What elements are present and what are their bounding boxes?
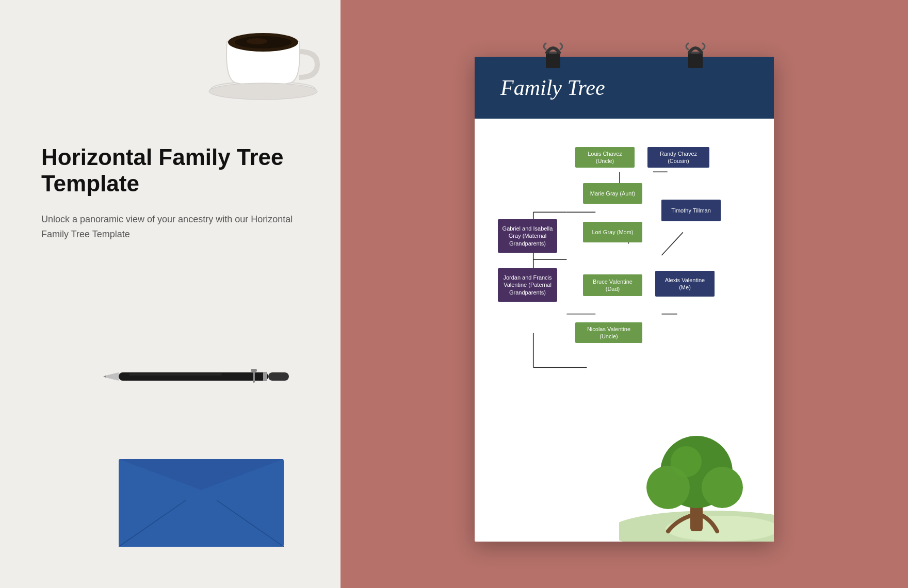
tree-content: Louis Chavez (Uncle) Randy Chavez (Cousi…: [475, 119, 774, 542]
doc-title: Family Tree: [500, 75, 605, 100]
right-panel: Family Tree: [340, 0, 908, 588]
node-timothy: Timothy Tillman: [661, 200, 721, 221]
svg-rect-10: [263, 372, 267, 381]
node-marie: Marie Gray (Aunt): [583, 183, 642, 204]
svg-rect-15: [688, 53, 703, 68]
svg-line-22: [662, 232, 683, 255]
node-jordan: Jordan and Francis Valentine (Paternal G…: [498, 268, 557, 302]
clip-left: [542, 42, 564, 68]
coffee-cup-svg: [196, 0, 330, 103]
left-content: Horizontal Family Tree Template Unlock a…: [41, 144, 310, 242]
svg-rect-16: [691, 52, 700, 54]
node-alexis: Alexis Valentine (Me): [655, 271, 715, 297]
svg-rect-9: [268, 372, 289, 381]
svg-point-5: [209, 83, 317, 100]
clip-right: [684, 42, 707, 68]
node-lori: Lori Gray (Mom): [583, 222, 642, 242]
node-gabriel: Gabriel and Isabella Gray (Maternal Gran…: [498, 219, 557, 253]
node-bruce: Bruce Valentine (Dad): [583, 274, 642, 296]
document: Family Tree: [475, 57, 774, 542]
svg-rect-14: [549, 52, 557, 54]
doc-header: Family Tree: [475, 57, 774, 119]
svg-point-4: [247, 38, 267, 44]
node-nicolas: Nicolas Valentine (Uncle): [575, 322, 642, 343]
envelope-svg: [119, 444, 294, 547]
svg-rect-8: [251, 369, 257, 372]
svg-point-37: [671, 446, 702, 477]
pen-area: [103, 361, 284, 392]
tree-illustration: [619, 428, 774, 542]
main-title: Horizontal Family Tree Template: [41, 144, 310, 197]
svg-rect-11: [129, 373, 222, 375]
coffee-cup-area: [196, 0, 330, 103]
svg-point-36: [702, 467, 743, 508]
subtitle: Unlock a panoramic view of your ancestry…: [41, 212, 310, 242]
envelope-area: [119, 444, 284, 536]
pen-svg: [103, 361, 299, 392]
node-louis: Louis Chavez (Uncle): [575, 147, 635, 168]
tree-svg: [619, 428, 774, 542]
node-randy: Randy Chavez (Cousin): [647, 147, 709, 168]
svg-rect-13: [546, 53, 560, 68]
left-panel: Horizontal Family Tree Template Unlock a…: [0, 0, 340, 588]
svg-rect-7: [253, 370, 255, 383]
